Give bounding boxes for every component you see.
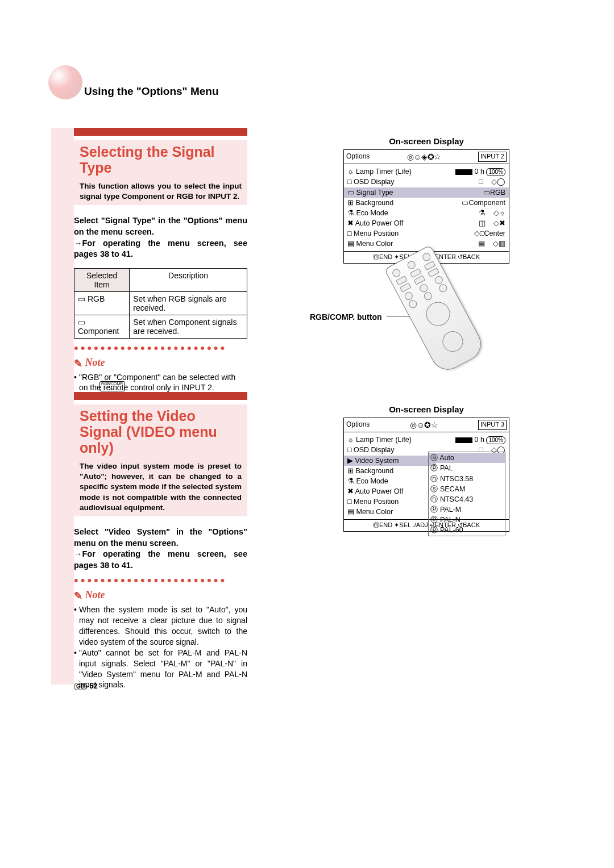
section1-bar — [74, 128, 247, 136]
table-row: ▭ RGB Set when RGB signals are received. — [74, 291, 247, 315]
section1-intro: This function allows you to select the i… — [80, 181, 242, 202]
osd-row: ▶ Video System — [344, 456, 436, 466]
osd-row: ⚗ Eco Mode — [347, 476, 433, 486]
osd-row: ✖ Auto Power Off◫ ◇✖ — [347, 218, 505, 228]
signal-type-table: Selected Item Description ▭ RGB Set when… — [74, 268, 247, 339]
rgb-comp-icon: RGB/COMP.▭ — [99, 381, 125, 391]
section1-ref: →For operating the menu screen, see page… — [74, 238, 247, 260]
page-number: GB-52 — [74, 682, 98, 690]
remote-illustration: RGB/COMP. button — [358, 267, 540, 381]
dotted-rule: ••••••••••••••••••••••• — [74, 578, 247, 583]
osd-row: ⊞ Background▭Component — [347, 198, 505, 208]
video-system-option: ⓟ PAL-N — [430, 515, 503, 525]
table-row: ▭ Component Set when Component signals a… — [74, 315, 247, 338]
note-label: ✎ Note — [74, 357, 247, 370]
osd2-box: Options ◎☺✪☆ INPUT 3 ☼ Lamp Timer (Life)… — [343, 418, 509, 532]
osd-row-value: 0 h 100% — [433, 435, 505, 445]
osd-row: ☼ Lamp Timer (Life) — [347, 435, 433, 445]
table-header-item: Selected Item — [74, 268, 130, 291]
osd1-title: On-screen Display — [307, 136, 546, 146]
note-icon: ✎ — [74, 357, 82, 370]
decorative-dot — [48, 65, 82, 99]
note-icon: ✎ — [74, 590, 82, 602]
osd-row: □ OSD Display — [347, 445, 433, 455]
dotted-rule: ••••••••••••••••••••••• — [74, 345, 247, 351]
table-header-desc: Description — [130, 268, 247, 291]
osd-row: ✖ Auto Power Off — [347, 486, 433, 496]
osd-row: ▭ Signal Type▭RGB — [344, 187, 509, 198]
section2-ref: →For operating the menu screen, see page… — [74, 549, 247, 571]
note-label: ✎ Note — [74, 589, 247, 602]
section1-step: Select "Signal Type" in the "Options" me… — [74, 215, 247, 237]
section2-step: Select "Video System" in the "Options" m… — [74, 527, 247, 549]
page-title: Using the "Options" Menu — [84, 85, 219, 98]
video-system-option: ⓝ NTSC3.58 — [430, 474, 503, 484]
video-system-option: ⓟ PAL-60 — [430, 525, 503, 535]
osd2-menu-label: Options — [346, 420, 370, 429]
osd-row: ⚗ Eco Mode⚗ ◇☼ — [347, 208, 505, 218]
section2-notes: •When the system mode is set to "Auto", … — [74, 604, 247, 690]
section1-heading: Selecting the Signal Type — [80, 140, 242, 176]
osd2-tab-icons: ◎☺✪☆ — [410, 419, 438, 431]
osd-row: ⊞ Background — [347, 466, 433, 476]
osd-row: □ OSD Display□ ◇◯ — [347, 177, 505, 187]
osd1-tab-icons: ◎☺◈✪☆ — [407, 151, 441, 162]
section2-bar — [74, 392, 247, 400]
left-gutter — [51, 128, 74, 685]
osd-row: □ Menu Position — [347, 496, 433, 507]
video-system-option: ⓟ PAL — [430, 463, 503, 473]
osd-row: ▤ Menu Color — [347, 507, 433, 517]
osd2-input-badge: INPUT 3 — [478, 420, 507, 430]
remote-button-label: RGB/COMP. button — [310, 312, 382, 322]
osd2-title: On-screen Display — [307, 404, 546, 414]
video-system-option: ⓝ NTSC4.43 — [430, 494, 503, 504]
osd-row: □ Menu Position◇□Center — [347, 228, 505, 239]
video-system-option: ⓢ SECAM — [430, 484, 503, 494]
video-system-option: ⓟ PAL-M — [430, 504, 503, 515]
section2-intro: The video input system mode is preset to… — [80, 461, 242, 513]
osd1-menu-label: Options — [346, 152, 370, 161]
osd1-input-badge: INPUT 2 — [478, 152, 507, 162]
section1-note: • "RGB" or "Component" can be selected w… — [74, 372, 247, 394]
video-system-option: ⓐ Auto — [429, 453, 505, 463]
osd-row: ☼ Lamp Timer (Life) 0 h 100% — [347, 166, 505, 177]
section2-heading: Setting the Video Signal (VIDEO menu onl… — [80, 404, 242, 456]
